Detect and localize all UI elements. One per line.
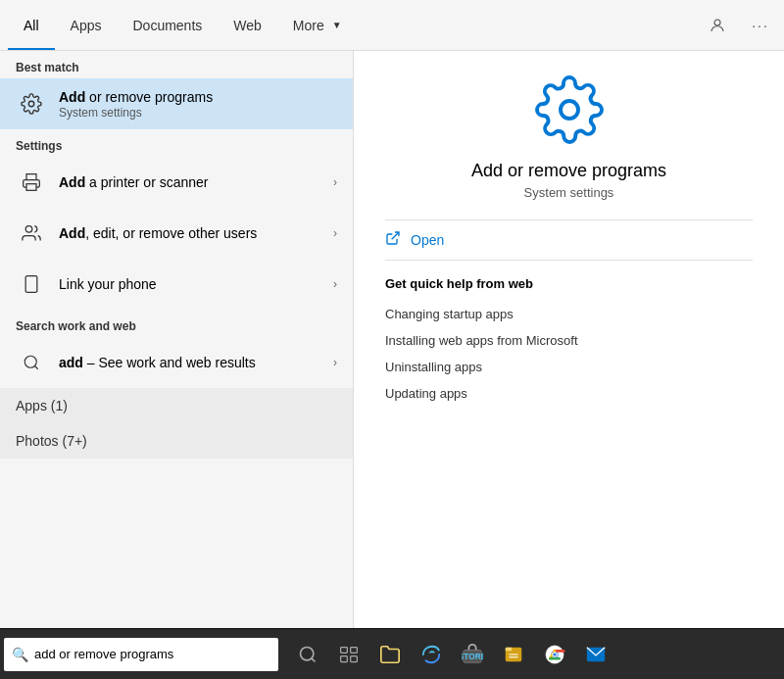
web-search-item[interactable]: add – See work and web results ›: [0, 337, 353, 388]
taskbar: 🔍 add or remove programs: [0, 628, 784, 679]
taskbar-file-explorer[interactable]: [370, 635, 410, 674]
taskbar-search-icon: 🔍: [12, 647, 28, 662]
chevron-right-icon3: ›: [333, 277, 337, 291]
top-nav: All Apps Documents Web More ▼ ···: [0, 0, 784, 51]
printer-item-text: Add a printer or scanner: [59, 173, 325, 191]
svg-rect-15: [351, 655, 358, 661]
quick-help-link-1[interactable]: Changing startup apps: [385, 301, 753, 327]
chevron-right-icon: ›: [333, 175, 337, 189]
svg-point-1: [28, 101, 34, 107]
svg-point-8: [561, 101, 578, 119]
users-item-text: Add, edit, or remove other users: [59, 224, 325, 242]
quick-help-link-4[interactable]: Updating apps: [385, 380, 753, 407]
settings-printer-item[interactable]: Add a printer or scanner ›: [0, 157, 353, 208]
svg-point-10: [301, 647, 314, 659]
taskbar-mail[interactable]: [576, 635, 615, 674]
best-match-label: Best match: [0, 51, 353, 78]
settings-phone-item[interactable]: Link your phone ›: [0, 259, 353, 310]
best-match-item[interactable]: Add or remove programs System settings: [0, 78, 353, 129]
chevron-right-icon2: ›: [333, 226, 337, 240]
nav-actions: ···: [702, 10, 776, 41]
settings-users-item[interactable]: Add, edit, or remove other users ›: [0, 208, 353, 259]
svg-rect-12: [341, 647, 348, 653]
svg-rect-20: [506, 647, 512, 651]
svg-line-11: [312, 657, 316, 661]
phone-item-title: Link your phone: [59, 275, 325, 293]
tab-apps[interactable]: Apps: [55, 0, 118, 50]
svg-point-3: [25, 226, 32, 233]
svg-rect-13: [351, 647, 358, 653]
best-match-text: Add or remove programs System settings: [59, 88, 337, 120]
taskbar-task-view[interactable]: [329, 635, 368, 674]
open-icon: [385, 230, 401, 250]
svg-rect-2: [26, 184, 36, 191]
taskbar-edge[interactable]: [412, 635, 451, 674]
taskbar-search[interactable]: 🔍 add or remove programs: [4, 638, 278, 671]
printer-item-title: Add a printer or scanner: [59, 173, 325, 191]
web-search-title: add – See work and web results: [59, 354, 325, 371]
right-panel-inner: Add or remove programs System settings O…: [354, 51, 784, 430]
phone-icon: [16, 268, 47, 300]
main-content: Best match Add or remove programs System…: [0, 51, 784, 628]
taskbar-file-manager[interactable]: [494, 635, 533, 674]
taskbar-search-button[interactable]: [288, 635, 327, 674]
svg-line-7: [34, 366, 37, 369]
app-subtitle: System settings: [385, 185, 753, 200]
svg-point-6: [24, 356, 36, 367]
search-web-label: Search work and web: [0, 310, 353, 337]
quick-help-title: Get quick help from web: [385, 276, 753, 291]
settings-label: Settings: [0, 129, 353, 157]
svg-rect-4: [25, 276, 37, 293]
gear-icon: [16, 88, 47, 120]
tab-more[interactable]: More ▼: [277, 0, 358, 50]
app-title: Add or remove programs: [385, 161, 753, 181]
quick-help-link-2[interactable]: Installing web apps from Microsoft: [385, 327, 753, 354]
chevron-right-icon4: ›: [333, 356, 337, 369]
tab-web[interactable]: Web: [218, 0, 277, 50]
app-large-icon: [385, 74, 753, 145]
phone-item-text: Link your phone: [59, 275, 325, 293]
taskbar-search-text: add or remove programs: [34, 647, 270, 661]
right-panel: Add or remove programs System settings O…: [353, 51, 784, 628]
more-icon[interactable]: ···: [745, 10, 776, 41]
best-match-title: Add or remove programs: [59, 88, 337, 106]
open-label: Open: [411, 232, 444, 248]
left-panel: Best match Add or remove programs System…: [0, 51, 353, 628]
tab-documents[interactable]: Documents: [117, 0, 218, 50]
svg-rect-14: [341, 655, 348, 661]
tab-all[interactable]: All: [8, 0, 55, 50]
user-icon[interactable]: [702, 10, 733, 41]
svg-line-9: [392, 232, 399, 239]
web-search-text: add – See work and web results: [59, 354, 325, 371]
open-action[interactable]: Open: [385, 220, 753, 260]
svg-point-26: [553, 653, 557, 656]
printer-icon: [16, 167, 47, 198]
svg-point-0: [714, 20, 720, 25]
divider-2: [385, 260, 753, 261]
best-match-subtitle: System settings: [59, 106, 337, 120]
apps-category[interactable]: Apps (1): [0, 388, 353, 423]
taskbar-chrome[interactable]: [535, 635, 574, 674]
chevron-down-icon: ▼: [332, 20, 342, 30]
search-small-icon: [16, 347, 47, 378]
users-icon: [16, 218, 47, 249]
photos-category[interactable]: Photos (7+): [0, 423, 353, 459]
taskbar-store[interactable]: STORE: [453, 635, 492, 674]
svg-text:STORE: STORE: [462, 652, 483, 660]
users-item-title: Add, edit, or remove other users: [59, 224, 325, 242]
quick-help-link-3[interactable]: Uninstalling apps: [385, 354, 753, 380]
